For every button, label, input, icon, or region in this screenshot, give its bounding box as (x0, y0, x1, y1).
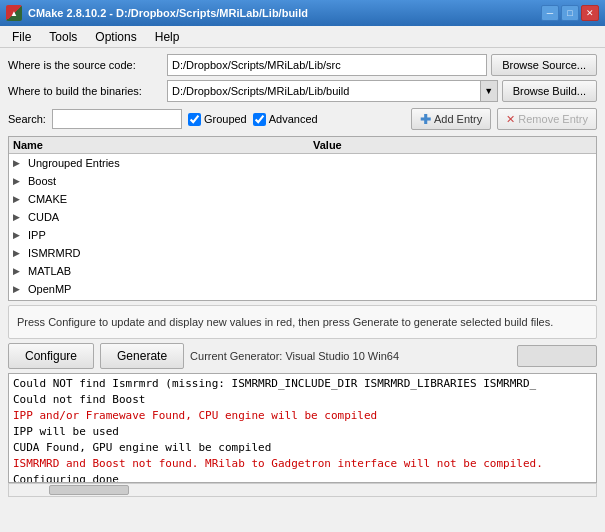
menu-tools[interactable]: Tools (41, 28, 85, 46)
main-content: Where is the source code: Browse Source.… (0, 48, 605, 503)
expand-arrow-icon: ▶ (13, 212, 25, 222)
grouped-checkbox-label: Grouped (188, 113, 247, 126)
advanced-checkbox-label: Advanced (253, 113, 318, 126)
titlebar-controls: ─ □ ✕ (541, 5, 599, 21)
log-line: Could not find Boost (13, 392, 592, 408)
tree-row-name: ▶ Ungrouped Entries (13, 157, 313, 169)
generator-label: Current Generator: Visual Studio 10 Win6… (190, 350, 399, 362)
tree-row[interactable]: ▶ MATLAB (9, 262, 596, 280)
cmake-icon: ▲ (6, 5, 22, 21)
source-label: Where is the source code: (8, 59, 163, 71)
search-label: Search: (8, 113, 46, 125)
status-text: Press Configure to update and display ne… (17, 316, 553, 328)
log-panel[interactable]: Could NOT find Ismrmrd (missing: ISMRMRD… (8, 373, 597, 483)
scrollbar-thumb[interactable] (49, 485, 129, 495)
tree-row[interactable]: ▶ OpenMP (9, 280, 596, 298)
log-line: IPP will be used (13, 424, 592, 440)
expand-arrow-icon: ▶ (13, 248, 25, 258)
remove-entry-label: Remove Entry (518, 113, 588, 125)
log-line: ISMRMRD and Boost not found. MRilab to G… (13, 456, 592, 472)
tree-row-name: ▶ CUDA (13, 211, 313, 223)
tree-row-name: ▶ IPP (13, 229, 313, 241)
log-line: Could NOT find Ismrmrd (missing: ISMRMRD… (13, 376, 592, 392)
expand-arrow-icon: ▶ (13, 284, 25, 294)
grouped-label: Grouped (204, 113, 247, 125)
menu-help[interactable]: Help (147, 28, 188, 46)
maximize-button[interactable]: □ (561, 5, 579, 21)
horizontal-scrollbar[interactable] (8, 483, 597, 497)
remove-entry-button[interactable]: ✕ Remove Entry (497, 108, 597, 130)
advanced-label: Advanced (269, 113, 318, 125)
add-entry-button[interactable]: ✚ Add Entry (411, 108, 491, 130)
browse-build-button[interactable]: Browse Build... (502, 80, 597, 102)
search-row: Search: Grouped Advanced ✚ Add Entry ✕ R… (8, 106, 597, 132)
menubar: File Tools Options Help (0, 26, 605, 48)
expand-arrow-icon: ▶ (13, 194, 25, 204)
progress-bar (517, 345, 597, 367)
build-select-wrapper: D:/Dropbox/Scripts/MRiLab/Lib/build ▼ (167, 80, 498, 102)
expand-arrow-icon: ▶ (13, 230, 25, 240)
add-entry-label: Add Entry (434, 113, 482, 125)
expand-arrow-icon: ▶ (13, 176, 25, 186)
tree-header-value: Value (313, 139, 592, 151)
tree-row[interactable]: ▶ CUDA (9, 208, 596, 226)
advanced-checkbox[interactable] (253, 113, 266, 126)
configure-button[interactable]: Configure (8, 343, 94, 369)
bottom-bar: Configure Generate Current Generator: Vi… (8, 343, 597, 369)
log-line: IPP and/or Framewave Found, CPU engine w… (13, 408, 592, 424)
status-bar: Press Configure to update and display ne… (8, 305, 597, 339)
tree-row-name: ▶ OpenMP (13, 283, 313, 295)
expand-arrow-icon: ▶ (13, 266, 25, 276)
tree-row-name: ▶ ISMRMRD (13, 247, 313, 259)
x-icon: ✕ (506, 113, 515, 126)
titlebar: ▲ CMake 2.8.10.2 - D:/Dropbox/Scripts/MR… (0, 0, 605, 26)
titlebar-left: ▲ CMake 2.8.10.2 - D:/Dropbox/Scripts/MR… (6, 5, 308, 21)
menu-options[interactable]: Options (87, 28, 144, 46)
tree-row[interactable]: ▶ CMAKE (9, 190, 596, 208)
tree-row[interactable]: ▶ Ungrouped Entries (9, 154, 596, 172)
generate-button[interactable]: Generate (100, 343, 184, 369)
search-input[interactable] (52, 109, 182, 129)
source-row: Where is the source code: Browse Source.… (8, 54, 597, 76)
log-line: Configuring done (13, 472, 592, 483)
expand-arrow-icon: ▶ (13, 158, 25, 168)
build-label: Where to build the binaries: (8, 85, 163, 97)
tree-row-name: ▶ MATLAB (13, 265, 313, 277)
browse-source-button[interactable]: Browse Source... (491, 54, 597, 76)
tree-header: Name Value (9, 137, 596, 154)
log-line: CUDA Found, GPU engine will be compiled (13, 440, 592, 456)
tree-row[interactable]: ▶ IPP (9, 226, 596, 244)
minimize-button[interactable]: ─ (541, 5, 559, 21)
source-input[interactable] (167, 54, 487, 76)
build-select[interactable]: D:/Dropbox/Scripts/MRiLab/Lib/build (167, 80, 498, 102)
titlebar-title: CMake 2.8.10.2 - D:/Dropbox/Scripts/MRiL… (28, 7, 308, 19)
grouped-checkbox[interactable] (188, 113, 201, 126)
menu-file[interactable]: File (4, 28, 39, 46)
tree-row[interactable]: ▶ Boost (9, 172, 596, 190)
build-row: Where to build the binaries: D:/Dropbox/… (8, 80, 597, 102)
tree-header-name: Name (13, 139, 313, 151)
tree-row-name: ▶ Boost (13, 175, 313, 187)
tree-row[interactable]: ▶ ISMRMRD (9, 244, 596, 262)
close-button[interactable]: ✕ (581, 5, 599, 21)
plus-icon: ✚ (420, 112, 431, 127)
tree-row-name: ▶ CMAKE (13, 193, 313, 205)
tree-panel[interactable]: Name Value ▶ Ungrouped Entries ▶ Boost ▶… (8, 136, 597, 301)
